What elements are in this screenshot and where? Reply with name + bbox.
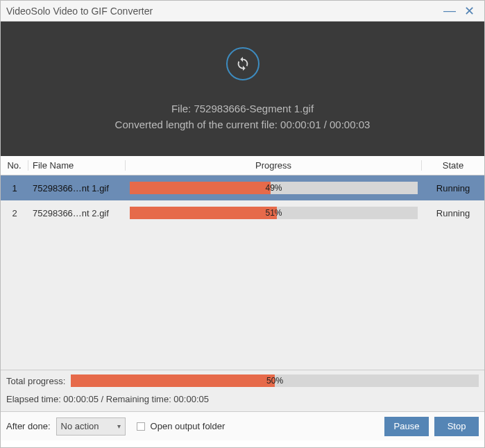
total-progress-fill <box>71 374 275 387</box>
table-body: 1 75298366…nt 1.gif 49% Running 2 752983… <box>1 175 484 370</box>
preview-pane: File: 752983666-Segment 1.gif Converted … <box>1 21 484 156</box>
after-done-value: No action <box>61 421 99 431</box>
cell-name: 75298366…nt 2.gif <box>28 208 126 218</box>
open-output-checkbox[interactable] <box>137 422 145 431</box>
cell-progress: 51% <box>126 207 422 219</box>
cell-state: Running <box>422 208 484 218</box>
progress-bar: 49% <box>130 182 418 194</box>
minimize-icon[interactable]: — <box>440 3 459 18</box>
col-header-name[interactable]: File Name <box>28 160 126 171</box>
table-row[interactable]: 1 75298366…nt 1.gif 49% Running <box>1 175 484 200</box>
close-icon[interactable]: ✕ <box>459 3 479 19</box>
preview-file-name: 752983666-Segment 1.gif <box>194 103 314 114</box>
progress-percent: 51% <box>265 207 282 219</box>
preview-length-total: 00:00:03 <box>330 119 370 130</box>
after-done-label: After done: <box>6 421 51 431</box>
preview-file-line: File: 752983666-Segment 1.gif <box>171 103 314 114</box>
window-title: VideoSolo Video to GIF Converter <box>6 6 440 17</box>
footer: After done: No action ▾ Open output fold… <box>1 411 484 440</box>
stop-button[interactable]: Stop <box>434 417 479 436</box>
total-progress-line: Total progress: 50% <box>6 374 479 387</box>
col-header-no[interactable]: No. <box>1 160 28 171</box>
open-output-label[interactable]: Open output folder <box>151 421 226 431</box>
time-line: Elapsed time: 00:00:05 / Remaining time:… <box>6 394 479 404</box>
preview-length-current: 00:00:01 <box>280 119 321 130</box>
table-header: No. File Name Progress State <box>1 156 484 175</box>
cell-progress: 49% <box>126 182 422 194</box>
progress-percent: 49% <box>265 182 282 194</box>
cell-no: 2 <box>1 208 28 218</box>
preview-length-line: Converted length of the current file: 00… <box>115 119 371 130</box>
preview-length-label: Converted length of the current file: <box>115 119 278 130</box>
titlebar: VideoSolo Video to GIF Converter — ✕ <box>1 1 484 21</box>
preview-file-label: File: <box>171 103 191 114</box>
refresh-icon <box>226 47 259 80</box>
progress-fill <box>130 207 277 219</box>
cell-no: 1 <box>1 183 28 193</box>
cell-name: 75298366…nt 1.gif <box>28 183 126 193</box>
after-done-select[interactable]: No action ▾ <box>56 417 126 436</box>
cell-state: Running <box>422 183 484 193</box>
chevron-down-icon: ▾ <box>117 422 121 430</box>
summary-pane: Total progress: 50% Elapsed time: 00:00:… <box>1 370 484 411</box>
table-row[interactable]: 2 75298366…nt 2.gif 51% Running <box>1 200 484 225</box>
total-progress-percent: 50% <box>266 374 283 387</box>
total-progress-label: Total progress: <box>6 376 65 386</box>
progress-fill <box>130 182 271 194</box>
pause-button[interactable]: Pause <box>384 417 429 436</box>
total-progress-bar: 50% <box>71 374 479 387</box>
col-header-state[interactable]: State <box>422 160 484 171</box>
col-header-progress[interactable]: Progress <box>126 160 422 171</box>
progress-bar: 51% <box>130 207 418 219</box>
slash: / <box>324 119 330 130</box>
